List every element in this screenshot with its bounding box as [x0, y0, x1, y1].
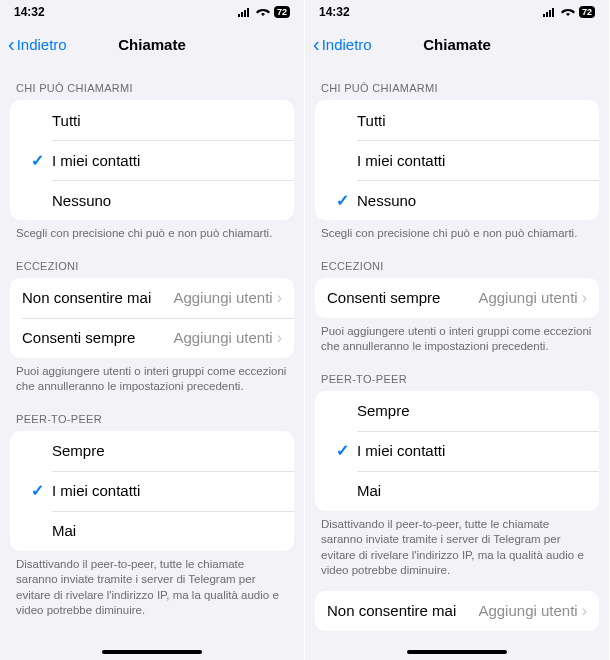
svg-rect-0 [238, 14, 240, 17]
p2p-option-never[interactable]: Mai [10, 511, 294, 551]
option-label: Sempre [357, 402, 587, 419]
row-detail: Aggiungi utenti › [173, 329, 282, 347]
never-allow-row[interactable]: Non consentire mai Aggiungi utenti › [10, 278, 294, 318]
p2p-group: Sempre ✓ I miei contatti Mai [315, 391, 599, 511]
section-header-exceptions: ECCEZIONI [0, 242, 304, 278]
status-time: 14:32 [319, 5, 350, 19]
home-indicator [102, 650, 202, 654]
svg-rect-1 [241, 12, 243, 17]
section-footer-p2p: Disattivando il peer-to-peer, tutte le c… [305, 511, 609, 579]
row-detail: Aggiungi utenti › [478, 289, 587, 307]
add-users-label: Aggiungi utenti [478, 289, 577, 306]
option-label: I miei contatti [52, 152, 282, 169]
always-allow-row[interactable]: Consenti sempre Aggiungi utenti › [10, 318, 294, 358]
svg-rect-2 [244, 10, 246, 17]
section-header-p2p: PEER-TO-PEER [305, 355, 609, 391]
wifi-icon [256, 7, 270, 17]
back-button[interactable]: ‹ Indietro [8, 34, 67, 54]
section-header-p2p: PEER-TO-PEER [0, 395, 304, 431]
option-label: Sempre [52, 442, 282, 459]
phone-right: 14:32 72 ‹ Indietro Chiamate CHI PUÒ CHI… [305, 0, 610, 660]
option-label: I miei contatti [52, 482, 282, 499]
p2p-group: Sempre ✓ I miei contatti Mai [10, 431, 294, 551]
navigation-bar: ‹ Indietro Chiamate [0, 24, 304, 64]
option-all[interactable]: Tutti [315, 100, 599, 140]
option-contacts[interactable]: ✓ I miei contatti [10, 140, 294, 180]
back-label: Indietro [322, 36, 372, 53]
battery-indicator: 72 [274, 6, 290, 18]
option-none[interactable]: Nessuno [10, 180, 294, 220]
row-label: Non consentire mai [22, 289, 151, 306]
option-label: Tutti [357, 112, 587, 129]
section-footer-exceptions: Puoi aggiungere utenti o interi gruppi c… [305, 318, 609, 355]
check-slot: ✓ [22, 151, 52, 170]
section-header-who: CHI PUÒ CHIAMARMI [305, 64, 609, 100]
p2p-option-contacts[interactable]: ✓ I miei contatti [10, 471, 294, 511]
option-contacts[interactable]: I miei contatti [315, 140, 599, 180]
exceptions-group: Consenti sempre Aggiungi utenti › [315, 278, 599, 318]
exceptions-group-bottom: Non consentire mai Aggiungi utenti › [315, 591, 599, 631]
p2p-option-always[interactable]: Sempre [10, 431, 294, 471]
status-bar: 14:32 72 [305, 0, 609, 24]
section-footer-who: Scegli con precisione chi può e non può … [0, 220, 304, 242]
svg-rect-7 [552, 8, 554, 17]
check-slot: ✓ [327, 191, 357, 210]
option-label: Nessuno [357, 192, 587, 209]
section-header-who: CHI PUÒ CHIAMARMI [0, 64, 304, 100]
content: CHI PUÒ CHIAMARMI Tutti ✓ I miei contatt… [0, 64, 304, 639]
who-can-call-group: Tutti I miei contatti ✓ Nessuno [315, 100, 599, 220]
phone-left: 14:32 72 ‹ Indietro Chiamate CHI PUÒ CHI… [0, 0, 305, 660]
back-label: Indietro [17, 36, 67, 53]
row-detail: Aggiungi utenti › [478, 602, 587, 620]
add-users-label: Aggiungi utenti [173, 289, 272, 306]
exceptions-group: Non consentire mai Aggiungi utenti › Con… [10, 278, 294, 358]
check-slot: ✓ [22, 481, 52, 500]
status-right: 72 [543, 6, 595, 18]
option-label: I miei contatti [357, 442, 587, 459]
option-label: Nessuno [52, 192, 282, 209]
option-label: I miei contatti [357, 152, 587, 169]
battery-indicator: 72 [579, 6, 595, 18]
row-label: Consenti sempre [22, 329, 135, 346]
back-button[interactable]: ‹ Indietro [313, 34, 372, 54]
section-footer-exceptions: Puoi aggiungere utenti o interi gruppi c… [0, 358, 304, 395]
check-slot: ✓ [327, 441, 357, 460]
row-detail: Aggiungi utenti › [173, 289, 282, 307]
chevron-right-icon: › [582, 602, 587, 620]
signal-icon [543, 7, 557, 17]
section-footer-who: Scegli con precisione chi può e non può … [305, 220, 609, 242]
home-indicator [407, 650, 507, 654]
section-footer-p2p: Disattivando il peer-to-peer, tutte le c… [0, 551, 304, 619]
p2p-option-contacts[interactable]: ✓ I miei contatti [315, 431, 599, 471]
svg-rect-4 [543, 14, 545, 17]
always-allow-row[interactable]: Consenti sempre Aggiungi utenti › [315, 278, 599, 318]
status-time: 14:32 [14, 5, 45, 19]
svg-rect-3 [247, 8, 249, 17]
content: CHI PUÒ CHIAMARMI Tutti I miei contatti … [305, 64, 609, 651]
option-label: Mai [357, 482, 587, 499]
checkmark-icon: ✓ [336, 441, 349, 460]
who-can-call-group: Tutti ✓ I miei contatti Nessuno [10, 100, 294, 220]
option-label: Mai [52, 522, 282, 539]
row-label: Non consentire mai [327, 602, 456, 619]
chevron-right-icon: › [277, 329, 282, 347]
section-header-exceptions: ECCEZIONI [305, 242, 609, 278]
chevron-right-icon: › [582, 289, 587, 307]
checkmark-icon: ✓ [31, 481, 44, 500]
option-none[interactable]: ✓ Nessuno [315, 180, 599, 220]
row-label: Consenti sempre [327, 289, 440, 306]
p2p-option-never[interactable]: Mai [315, 471, 599, 511]
never-allow-row[interactable]: Non consentire mai Aggiungi utenti › [315, 591, 599, 631]
chevron-left-icon: ‹ [8, 34, 15, 54]
checkmark-icon: ✓ [336, 191, 349, 210]
option-label: Tutti [52, 112, 282, 129]
wifi-icon [561, 7, 575, 17]
svg-rect-5 [546, 12, 548, 17]
p2p-option-always[interactable]: Sempre [315, 391, 599, 431]
chevron-right-icon: › [277, 289, 282, 307]
status-bar: 14:32 72 [0, 0, 304, 24]
option-all[interactable]: Tutti [10, 100, 294, 140]
chevron-left-icon: ‹ [313, 34, 320, 54]
status-right: 72 [238, 6, 290, 18]
checkmark-icon: ✓ [31, 151, 44, 170]
